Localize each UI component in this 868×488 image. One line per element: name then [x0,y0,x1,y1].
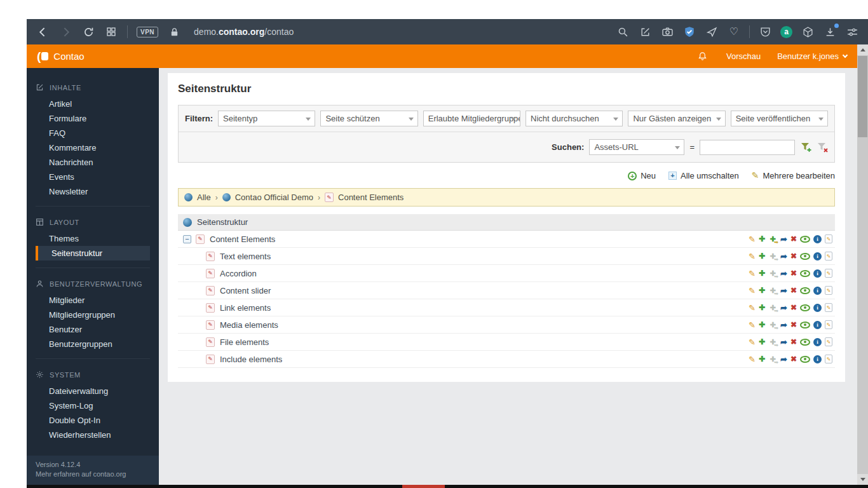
copy-icon[interactable]: ✚ [759,337,765,346]
alle-umschalten-button[interactable]: +Alle umschalten [668,171,739,180]
sidebar-item-events[interactable]: Events [27,170,159,184]
paste-into-icon[interactable]: ✚➥ [768,269,777,278]
info-icon[interactable]: i [813,269,822,278]
screenshot-icon[interactable] [660,25,674,39]
sidebar-item-themes[interactable]: Themes [36,231,150,246]
vpn-badge[interactable]: VPN [137,27,158,37]
edit-page-icon[interactable] [638,25,652,39]
page-label[interactable]: Text elements [220,252,271,261]
copy-icon[interactable]: ✚ [759,286,765,295]
delete-icon[interactable]: ✖ [790,337,797,346]
paste-into-icon[interactable]: ✚➥ [768,234,777,243]
paste-into-icon[interactable]: ✚➥ [768,252,777,261]
page-label[interactable]: Content slider [220,286,271,295]
settings-sliders-icon[interactable] [845,25,859,39]
vertical-scrollbar[interactable] [857,44,868,485]
bookmark-heart-icon[interactable]: ♡ [727,25,741,39]
sidebar-item-formulare[interactable]: Formulare [27,111,159,126]
contao-brand[interactable]: ( Contao [37,51,85,62]
edit-icon[interactable]: ✎ [749,252,756,261]
paste-into-icon[interactable]: ✚➥ [768,303,777,312]
account-badge-icon[interactable]: a [780,26,792,38]
page-label[interactable]: Media elements [220,320,278,330]
search-input[interactable] [700,140,795,155]
scroll-up-arrow[interactable] [857,44,868,55]
paste-into-icon[interactable]: ✚➥ [768,355,777,363]
copy-icon[interactable]: ✚ [759,320,765,329]
show-details-icon[interactable] [800,236,810,243]
show-details-icon[interactable] [800,253,810,260]
cube-icon[interactable] [801,25,815,39]
edit-header-icon[interactable]: ✎ [825,234,832,243]
breadcrumb-item[interactable]: Content Elements [338,193,403,202]
sidebar-item-newsletter[interactable]: Newsletter [27,184,159,199]
sidebar-item-artikel[interactable]: Artikel [27,97,159,111]
info-icon[interactable]: i [813,304,822,312]
breadcrumb-item[interactable]: Contao Official Demo [235,193,313,202]
show-details-icon[interactable] [800,287,810,294]
forward-icon[interactable] [58,25,72,39]
info-icon[interactable]: i [813,235,822,243]
shield-check-icon[interactable] [682,25,696,39]
cut-icon[interactable]: ➦ [780,337,787,347]
more-info-link[interactable]: Mehr erfahren auf contao.org [36,470,150,479]
copy-icon[interactable]: ✚ [759,355,765,363]
show-details-icon[interactable] [800,270,810,277]
reload-icon[interactable] [81,25,95,39]
paste-into-icon[interactable]: ✚➥ [768,320,777,329]
cut-icon[interactable]: ➦ [780,269,787,278]
lock-icon[interactable] [167,25,181,39]
edit-header-icon[interactable]: ✎ [825,320,832,329]
edit-icon[interactable]: ✎ [749,286,756,295]
sidebar-item-mitgliedergruppen[interactable]: Mitgliedergruppen [36,308,150,322]
cut-icon[interactable]: ➦ [780,355,787,364]
bell-icon[interactable] [696,50,710,64]
page-label[interactable]: Content Elements [210,234,275,244]
mehrere-bearbeiten-button[interactable]: ✎Mehrere bearbeiten [752,171,835,180]
back-icon[interactable] [36,25,50,39]
edit-header-icon[interactable]: ✎ [825,303,832,312]
filter-select-nur-g-sten-anzeigen[interactable]: Nur Gästen anzeigen [628,111,725,126]
cut-icon[interactable]: ➦ [780,320,787,330]
edit-icon[interactable]: ✎ [749,234,756,244]
filter-select-seite-ver-ffentlichen[interactable]: Seite veröffentlichen [731,111,828,126]
copy-icon[interactable]: ✚ [759,252,765,261]
search-field-select[interactable]: Assets-URL [589,139,684,155]
send-icon[interactable] [705,25,719,39]
edit-header-icon[interactable]: ✎ [825,269,832,278]
copy-icon[interactable]: ✚ [759,303,765,312]
show-details-icon[interactable] [800,304,810,311]
preview-link[interactable]: Vorschau [726,51,761,61]
pocket-icon[interactable] [758,25,772,39]
sidebar-item-nachrichten[interactable]: Nachrichten [27,155,159,170]
delete-icon[interactable]: ✖ [790,269,797,278]
edit-header-icon[interactable]: ✎ [825,286,832,295]
info-icon[interactable]: i [813,338,822,346]
edit-header-icon[interactable]: ✎ [825,355,832,363]
search-icon[interactable] [616,25,630,39]
edit-icon[interactable]: ✎ [749,303,756,313]
url-bar[interactable]: demo.contao.org/contao [194,27,294,37]
page-label[interactable]: Accordion [220,269,257,278]
page-label[interactable]: Include elements [220,355,282,364]
delete-icon[interactable]: ✖ [790,234,797,243]
scrollbar-thumb[interactable] [858,56,867,137]
edit-header-icon[interactable]: ✎ [825,252,832,261]
info-icon[interactable]: i [813,355,822,363]
delete-icon[interactable]: ✖ [790,320,797,329]
sidebar-item-double-opt-in[interactable]: Double Opt-In [36,413,150,428]
sidebar-item-faq[interactable]: FAQ [27,126,159,140]
sidebar-item-wiederherstellen[interactable]: Wiederherstellen [36,428,150,442]
copy-icon[interactable]: ✚ [759,269,765,278]
sidebar-item-seitenstruktur[interactable]: Seitenstruktur [36,246,150,261]
cut-icon[interactable]: ➦ [780,234,787,244]
delete-icon[interactable]: ✖ [790,303,797,312]
cut-icon[interactable]: ➦ [780,286,787,295]
show-details-icon[interactable] [800,322,810,329]
info-icon[interactable]: i [813,321,822,329]
show-details-icon[interactable] [800,339,810,346]
breadcrumb-item[interactable]: Alle [197,193,211,202]
apply-filter-icon[interactable] [800,142,811,153]
sidebar-item-mitglieder[interactable]: Mitglieder [36,293,150,308]
cut-icon[interactable]: ➦ [780,252,787,261]
